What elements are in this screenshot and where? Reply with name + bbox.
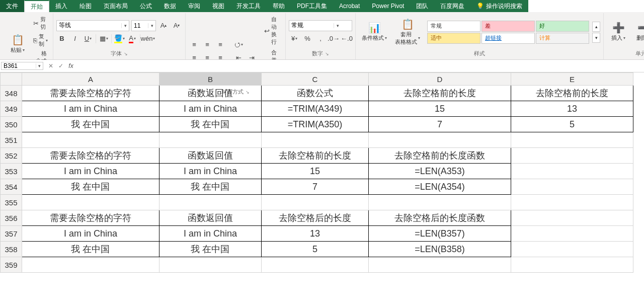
wrap-text-button[interactable]: ↩自动换行 — [262, 15, 282, 46]
cell[interactable]: =LEN(A354) — [369, 179, 511, 195]
col-header-B[interactable]: B — [159, 73, 262, 86]
cell[interactable] — [159, 195, 262, 210]
border-button[interactable]: ▦▾ — [98, 33, 109, 44]
tab-PDF工具集[interactable]: PDF工具集 — [291, 0, 333, 12]
cell[interactable]: 我 在中国 — [22, 117, 159, 132]
tab-帮助[interactable]: 帮助 — [267, 0, 291, 12]
styles-scroll-up[interactable]: ▴ — [592, 22, 600, 32]
row-header[interactable]: 352 — [1, 148, 22, 164]
font-size-combo[interactable]: ▾ — [131, 20, 156, 31]
cell[interactable]: =TRIM(A349) — [262, 101, 369, 117]
cell[interactable]: 15 — [369, 101, 511, 117]
tab-页面布局[interactable]: 页面布局 — [98, 0, 134, 12]
cell[interactable]: I am in China — [159, 226, 262, 242]
number-format-combo[interactable]: ▾ — [289, 20, 352, 31]
tab-开始[interactable]: 开始 — [24, 0, 49, 12]
select-all-corner[interactable] — [1, 73, 22, 86]
number-format-input[interactable] — [289, 21, 334, 30]
style-calculation[interactable]: 计算 — [536, 33, 589, 44]
cell[interactable] — [511, 148, 633, 164]
tab-开发工具[interactable]: 开发工具 — [230, 0, 267, 12]
cell[interactable]: 去除空格前的长度 — [511, 86, 633, 101]
cell[interactable]: 13 — [262, 226, 369, 242]
tab-百度网盘[interactable]: 百度网盘 — [434, 0, 470, 12]
fx-button[interactable]: fx — [66, 62, 75, 69]
format-as-table-button[interactable]: 📋 套用 表格格式▾ — [392, 18, 423, 47]
cell[interactable] — [511, 179, 633, 195]
font-name-combo[interactable]: ▾ — [56, 20, 129, 31]
cell[interactable] — [511, 226, 633, 242]
align-top-button[interactable]: ≡ — [189, 39, 200, 50]
name-box-input[interactable] — [2, 62, 36, 69]
decrease-decimal-button[interactable]: ←.0 — [341, 33, 352, 44]
cell[interactable] — [262, 195, 369, 210]
underline-button[interactable]: U▾ — [83, 33, 94, 44]
cell[interactable] — [369, 195, 511, 210]
cell[interactable]: 我 在中国 — [159, 117, 262, 132]
cell[interactable] — [262, 132, 369, 148]
cell[interactable]: =LEN(B358) — [369, 242, 511, 257]
style-hyperlink[interactable]: 超链接 — [481, 33, 535, 44]
tab-团队[interactable]: 团队 — [410, 0, 434, 12]
cell[interactable] — [22, 257, 159, 273]
tab-tell-me[interactable]: 💡 操作说明搜索 — [470, 0, 528, 12]
cell[interactable] — [511, 257, 633, 273]
row-header[interactable]: 356 — [1, 210, 22, 226]
number-launcher[interactable]: ↘ — [325, 51, 329, 56]
row-header[interactable]: 354 — [1, 179, 22, 195]
style-bad[interactable]: 差 — [481, 21, 535, 32]
row-header[interactable]: 358 — [1, 242, 22, 257]
cell[interactable]: I am in China — [159, 101, 262, 117]
cell[interactable]: 需要去除空格的字符 — [22, 86, 159, 101]
increase-font-button[interactable]: A▴ — [158, 20, 169, 31]
cell[interactable] — [159, 132, 262, 148]
row-header[interactable]: 359 — [1, 257, 22, 273]
accounting-format-button[interactable]: ¥▾ — [289, 33, 300, 44]
tab-Acrobat[interactable]: Acrobat — [333, 0, 366, 12]
cell[interactable] — [511, 132, 633, 148]
cut-button[interactable]: ✂剪切 — [31, 15, 50, 31]
col-header-A[interactable]: A — [22, 73, 159, 86]
font-color-button[interactable]: A▾ — [127, 33, 138, 44]
row-header[interactable]: 357 — [1, 226, 22, 242]
percent-button[interactable]: % — [302, 33, 313, 44]
tab-file[interactable]: 文件 — [0, 0, 24, 12]
row-header[interactable]: 353 — [1, 164, 22, 179]
cancel-formula-button[interactable]: ✕ — [46, 62, 55, 69]
row-header[interactable]: 350 — [1, 117, 22, 132]
formula-input[interactable] — [78, 61, 644, 71]
cell[interactable]: 我 在中国 — [22, 179, 159, 195]
ruby-button[interactable]: wén▾ — [142, 33, 153, 44]
cell[interactable]: =TRIM(A350) — [262, 117, 369, 132]
decrease-font-button[interactable]: A▾ — [171, 20, 182, 31]
cell[interactable] — [511, 164, 633, 179]
cell[interactable]: 去除空格前的长度 — [369, 86, 511, 101]
paste-button[interactable]: 📋 粘贴▾ — [6, 33, 29, 55]
enter-formula-button[interactable]: ✓ — [56, 62, 65, 69]
cell[interactable]: 需要去除空格的字符 — [22, 148, 159, 164]
cell[interactable] — [511, 210, 633, 226]
increase-decimal-button[interactable]: .0→ — [328, 33, 339, 44]
tab-审阅[interactable]: 审阅 — [182, 0, 206, 12]
row-header[interactable]: 355 — [1, 195, 22, 210]
cell[interactable]: 去除空格后的长度 — [262, 210, 369, 226]
orientation-button[interactable]: ⭯▾ — [233, 39, 244, 50]
cell[interactable]: 函数返回值 — [159, 148, 262, 164]
italic-button[interactable]: I — [69, 33, 80, 44]
row-header[interactable]: 349 — [1, 101, 22, 117]
tab-数据[interactable]: 数据 — [158, 0, 182, 12]
cell[interactable] — [511, 242, 633, 257]
tab-公式[interactable]: 公式 — [134, 0, 158, 12]
comma-button[interactable]: , — [315, 33, 326, 44]
tab-视图[interactable]: 视图 — [206, 0, 230, 12]
chevron-down-icon[interactable]: ▾ — [148, 23, 155, 28]
cell[interactable] — [262, 257, 369, 273]
cell[interactable]: 5 — [511, 117, 633, 132]
cell[interactable]: 7 — [369, 117, 511, 132]
row-header[interactable]: 351 — [1, 132, 22, 148]
cell[interactable]: 15 — [262, 164, 369, 179]
styles-scroll-down[interactable]: ▾ — [592, 33, 600, 43]
chevron-down-icon[interactable]: ▾ — [334, 23, 341, 28]
delete-cells-button[interactable]: ➖删除▾ — [632, 21, 644, 43]
row-header[interactable]: 348 — [1, 86, 22, 101]
